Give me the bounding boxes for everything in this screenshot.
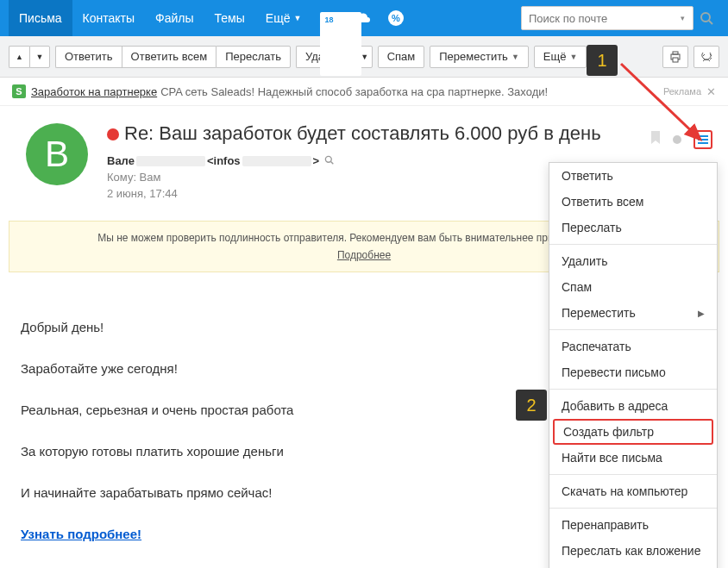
svg-line-8 xyxy=(331,162,334,165)
ad-badge: S xyxy=(12,84,26,98)
annotation-badge-1: 1 xyxy=(587,45,618,76)
menu-delete[interactable]: Удалить xyxy=(549,248,717,274)
menu-create-filter[interactable]: Создать фильтр xyxy=(553,419,713,445)
more-button[interactable]: Ещё▼ xyxy=(534,46,587,68)
message-subject: Re: Ваш заработок будет составлять 6.000… xyxy=(107,122,707,146)
bookmark-icon[interactable] xyxy=(650,131,661,148)
read-status-icon[interactable] xyxy=(673,135,681,144)
move-button[interactable]: Переместить▼ xyxy=(430,46,529,68)
search-container: ▾ xyxy=(521,6,693,30)
action-toolbar: ▲ ▼ Ответить Ответить всем Переслать Уда… xyxy=(0,36,728,78)
search-sender-icon[interactable] xyxy=(324,155,334,166)
menu-add-contacts[interactable]: Добавить в адреса xyxy=(549,393,717,419)
svg-rect-6 xyxy=(673,58,678,62)
ad-link[interactable]: Заработок на партнерке xyxy=(31,85,157,98)
forward-button[interactable]: Переслать xyxy=(216,46,291,68)
unread-dot-icon xyxy=(107,128,119,140)
menu-headers[interactable]: Служебные заголовки xyxy=(549,564,717,568)
deals-icon[interactable]: % xyxy=(387,9,405,27)
ad-text: CPA сеть Saleads! Надежный способ зарабо… xyxy=(160,85,548,98)
search-input[interactable] xyxy=(522,12,681,25)
reply-all-button[interactable]: Ответить всем xyxy=(122,46,217,68)
search-button[interactable] xyxy=(693,11,719,25)
menu-move[interactable]: Переместить▶ xyxy=(549,300,717,326)
message-context-menu: Ответить Ответить всем Переслать Удалить… xyxy=(549,162,718,568)
next-message-button[interactable]: ▼ xyxy=(29,46,50,68)
menu-reply-all[interactable]: Ответить всем xyxy=(549,189,717,215)
sender-avatar: В xyxy=(26,123,88,185)
svg-text:%: % xyxy=(392,13,401,23)
nav-tab-files[interactable]: Файлы xyxy=(145,0,204,36)
spam-button[interactable]: Спам xyxy=(378,46,425,68)
reply-button[interactable]: Ответить xyxy=(55,46,122,68)
menu-find-all[interactable]: Найти все письма xyxy=(549,445,717,471)
message-menu-button[interactable] xyxy=(693,130,712,149)
svg-rect-5 xyxy=(673,52,678,54)
menu-spam[interactable]: Спам xyxy=(549,274,717,300)
menu-reply[interactable]: Ответить xyxy=(549,163,717,189)
nav-tab-more[interactable]: Ещё▼ xyxy=(255,0,312,36)
menu-forward-attach[interactable]: Переслать как вложение xyxy=(549,538,717,564)
svg-point-2 xyxy=(701,13,710,22)
body-cta-link[interactable]: Узнать подробнее! xyxy=(21,527,141,541)
calendar-icon[interactable]: 18 xyxy=(320,9,337,27)
menu-download[interactable]: Скачать на компьютер xyxy=(549,478,717,504)
svg-point-7 xyxy=(326,156,332,162)
svg-line-3 xyxy=(709,21,712,24)
nav-tab-themes[interactable]: Темы xyxy=(204,0,255,36)
print-button[interactable] xyxy=(662,46,688,68)
menu-print[interactable]: Распечатать xyxy=(549,334,717,359)
ad-close-icon[interactable]: ✕ xyxy=(706,85,716,98)
pin-button[interactable] xyxy=(693,46,719,68)
search-scope-toggle[interactable]: ▾ xyxy=(681,14,693,22)
annotation-badge-2: 2 xyxy=(516,390,547,421)
menu-forward[interactable]: Переслать xyxy=(549,215,717,240)
ad-bar: S Заработок на партнерке CPA сеть Salead… xyxy=(0,78,728,106)
menu-redirect[interactable]: Перенаправить xyxy=(549,512,717,538)
ad-label: Реклама xyxy=(663,86,701,97)
nav-tab-mail[interactable]: Письма xyxy=(9,0,72,36)
menu-translate[interactable]: Перевести письмо xyxy=(549,359,717,385)
prev-message-button[interactable]: ▲ xyxy=(9,46,29,68)
top-nav: Письма Контакты Файлы Темы Ещё▼ 18 % ▾ xyxy=(0,0,728,36)
nav-tab-contacts[interactable]: Контакты xyxy=(72,0,145,36)
